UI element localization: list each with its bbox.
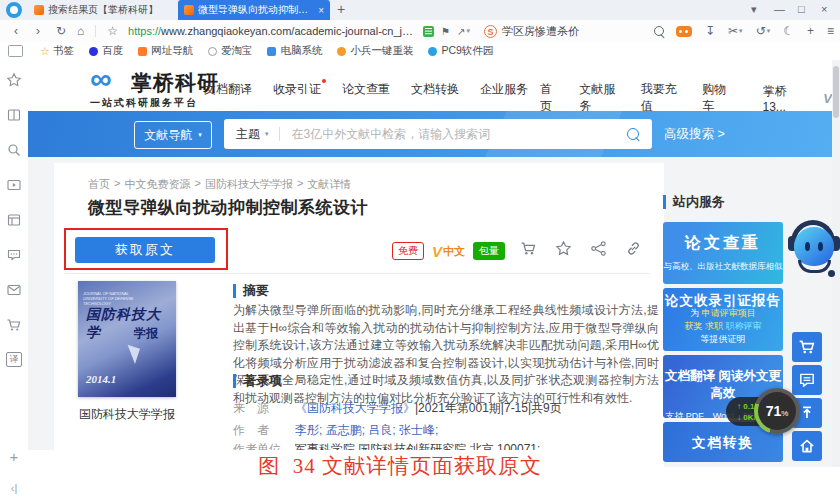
home-icon[interactable]: ⌂ [77, 21, 84, 41]
screenshot-scissors-icon[interactable]: ✂ [728, 21, 738, 41]
browser-logo-icon[interactable] [6, 2, 22, 18]
journal-link[interactable]: 《国防科技大学学报》 [295, 400, 415, 417]
address-bar[interactable]: https://www.zhangqiaokeyan.com/academic-… [128, 25, 470, 37]
tab-close-icon[interactable]: × [318, 5, 324, 16]
breadcrumb-sep: > [297, 177, 303, 192]
bookmark-pc9[interactable]: PC9软件园 [428, 44, 493, 58]
breadcrumb-sep: > [114, 177, 120, 192]
tab-list-icon[interactable]: ▾ [751, 3, 757, 16]
forward-icon[interactable]: › [36, 21, 40, 41]
nav-doc-convert[interactable]: 文档转换 [411, 81, 459, 98]
nav-literature-service[interactable]: 文献服务 [579, 81, 623, 115]
breadcrumb-home[interactable]: 首页 [88, 177, 110, 192]
add-extension-icon[interactable]: + [807, 21, 814, 41]
chat-icon[interactable] [6, 247, 22, 263]
chevron-down-icon[interactable]: ▾ [739, 27, 743, 35]
site-header: ∞ 掌桥科研 一站式科研服务平台 文档翻译 收录引证 论文查重 文档转换 企业服… [28, 60, 832, 111]
bookmark-reinstall[interactable]: 小兵一键重装 [337, 44, 413, 58]
add-to-cart-icon[interactable] [520, 240, 537, 261]
favorite-star-icon[interactable] [555, 240, 572, 261]
game-center-icon[interactable] [676, 26, 692, 37]
breadcrumb-journal[interactable]: 国防科技大学学报 [205, 177, 293, 192]
new-tab-button[interactable]: + [337, 1, 345, 17]
history-undo-icon[interactable]: ↺ [756, 21, 766, 41]
link-icon[interactable] [625, 240, 642, 261]
search-submit-icon[interactable] [627, 128, 639, 140]
bookmark-taobao[interactable]: 爱淘宝 [208, 44, 253, 58]
abstract-section-header: 摘要 [233, 282, 269, 300]
search-icon[interactable] [654, 26, 664, 36]
site-logo-icon[interactable]: ∞ [90, 62, 111, 96]
scrollbar-thumb[interactable] [833, 66, 839, 118]
service-card-plagiarism[interactable]: 论文查重 与高校、出版社文献数据库相似 [663, 222, 783, 284]
account-name[interactable]: 掌桥13... [762, 83, 806, 114]
bookmark-star-icon[interactable]: ☆ [107, 21, 118, 41]
nav-home[interactable]: 首页 [540, 81, 562, 115]
chevron-down-icon[interactable]: ▾ [466, 27, 470, 35]
bookmarks-label[interactable]: 书签 [53, 44, 74, 58]
share-icon[interactable] [590, 240, 607, 261]
menu-icon[interactable]: ≡ [827, 21, 834, 41]
send-page-icon[interactable]: ↗ [457, 26, 465, 37]
breadcrumb-sep: > [194, 177, 200, 192]
float-feedback-button[interactable] [792, 365, 822, 395]
badge-row: 免费 V中文 包量 [392, 242, 505, 260]
back-icon[interactable]: ‹ [14, 21, 18, 41]
reader-mode-icon[interactable] [423, 26, 434, 37]
search-scope-select[interactable]: 主题▾ [236, 126, 269, 143]
favorites-icon[interactable] [6, 72, 22, 88]
section-bar [233, 374, 236, 388]
nav-cart[interactable]: 购物车 [702, 81, 735, 115]
cover-issue: 2014.1 [86, 373, 116, 385]
chevron-down-icon[interactable]: ▾ [767, 27, 771, 35]
bookmarks-panel-icon[interactable] [8, 45, 23, 57]
reading-list-icon[interactable] [6, 107, 22, 123]
flag-icon[interactable]: ⚑ [441, 26, 450, 37]
chevron-down-icon: ▾ [265, 130, 269, 138]
nav-enterprise[interactable]: 企业服务 [480, 81, 528, 98]
article-title: 微型导弹纵向扰动抑制控制系统设计 [88, 196, 368, 219]
sogou-hotword-icon[interactable]: S [484, 25, 497, 38]
advanced-search-link[interactable]: 高级搜索 > [664, 126, 725, 143]
night-mode-icon[interactable]: ☾ [783, 21, 794, 41]
search-box: 主题▾ [224, 119, 652, 149]
tab-search-results[interactable]: 搜索结果页【掌桥科研】 [28, 0, 175, 20]
download-icon[interactable]: ↧ [705, 21, 715, 41]
nav-citation-report[interactable]: 收录引证 [273, 81, 321, 98]
customer-service-mascot[interactable] [786, 220, 840, 292]
nav-plagiarism-check[interactable]: 论文查重 [342, 81, 390, 98]
mail-icon[interactable] [6, 282, 22, 298]
maximize-icon[interactable]: □ [798, 3, 805, 15]
service-card-citation-report[interactable]: 论文收录引证报告 为 申请评审项目 获奖 求职 职称评审 等提供证明 [663, 288, 783, 351]
divider [64, 273, 650, 274]
close-icon[interactable]: × [821, 3, 827, 15]
nav-recharge[interactable]: 我要充值 [641, 81, 685, 115]
literature-nav-button[interactable]: 文献导航▾ [134, 121, 212, 149]
minimize-icon[interactable]: — [774, 3, 785, 15]
hotword-link[interactable]: 学区房惨遭杀价 [502, 24, 579, 39]
figure-caption: 图 34 文献详情页面获取原文 [0, 452, 800, 480]
nav-doc-translate[interactable]: 文档翻译 [204, 81, 252, 98]
float-cart-button[interactable] [792, 332, 822, 362]
collapse-panel-icon[interactable]: ‹| [0, 482, 28, 494]
translate-icon[interactable]: 译 [6, 352, 22, 367]
bookmark-nav[interactable]: 网址导航 [138, 44, 193, 58]
capture-icon[interactable] [6, 212, 22, 228]
breadcrumb-free-resources[interactable]: 中文免费资源 [124, 177, 190, 192]
browser-window: 搜索结果页【掌桥科研】 微型导弹纵向扰动抑制控制系统设计 × + ▾ — □ ×… [0, 0, 840, 499]
bookmark-pc-system[interactable]: 电脑系统 [267, 44, 322, 58]
search-input[interactable] [290, 126, 627, 142]
annotation-highlight-box [64, 228, 228, 270]
globe-favicon [208, 47, 217, 56]
mascot-eye [818, 242, 823, 251]
browser-side-panel: 译 + ‹| [0, 60, 29, 499]
tab-article-active[interactable]: 微型导弹纵向扰动抑制控制系统设计 × [178, 0, 330, 20]
refresh-icon[interactable]: ↻ [56, 21, 66, 41]
search-icon[interactable] [6, 142, 22, 158]
bookmark-baidu[interactable]: 百度 [89, 44, 123, 58]
divider [279, 127, 280, 141]
breadcrumb: 首页> 中文免费资源> 国防科技大学学报> 文献详情 [88, 177, 351, 192]
video-icon[interactable] [6, 177, 22, 193]
author-links[interactable]: 李彤; 孟志鹏; 吕良; 张士峰; [295, 422, 438, 439]
article-action-icons [520, 240, 642, 261]
